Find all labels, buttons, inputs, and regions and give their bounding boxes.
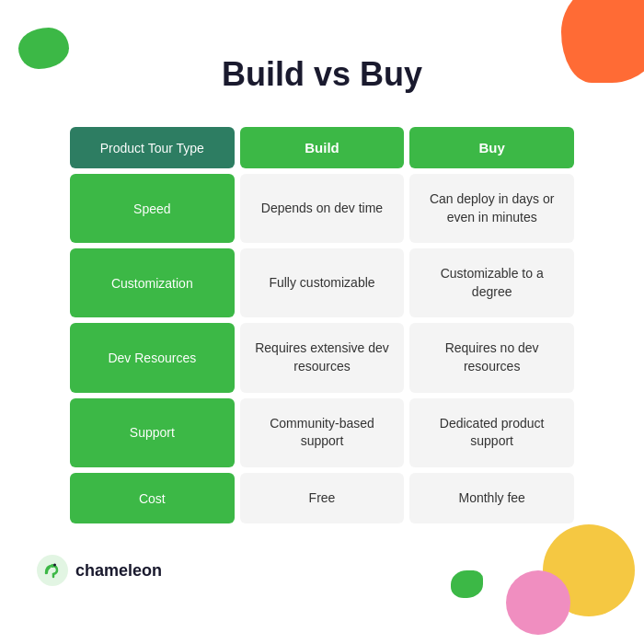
row-label-2: Dev Resources xyxy=(70,323,235,392)
blob-bottom-center-green xyxy=(451,570,483,598)
svg-point-0 xyxy=(37,555,68,586)
chameleon-logo-icon xyxy=(37,555,68,586)
col-header-buy: Buy xyxy=(409,127,574,168)
chameleon-logo-text: chameleon xyxy=(75,561,162,581)
row-label-3: Support xyxy=(70,398,235,467)
svg-point-2 xyxy=(53,564,56,567)
row-build-0: Depends on dev time xyxy=(240,174,405,243)
row-build-2: Requires extensive dev resources xyxy=(240,323,405,392)
table-row: CostFreeMonthly fee xyxy=(70,473,574,524)
table-header-row: Product Tour Type Build Buy xyxy=(70,127,574,168)
table-row: CustomizationFully customizableCustomiza… xyxy=(70,248,574,317)
row-build-4: Free xyxy=(240,473,405,524)
row-label-4: Cost xyxy=(70,473,235,524)
blob-top-right xyxy=(561,0,644,83)
row-buy-1: Customizable to a degree xyxy=(409,248,574,317)
row-build-3: Community-based support xyxy=(240,398,405,467)
row-label-0: Speed xyxy=(70,174,235,243)
table-row: Dev ResourcesRequires extensive dev reso… xyxy=(70,323,574,392)
page-title: Build vs Buy xyxy=(0,55,644,94)
row-label-1: Customization xyxy=(70,248,235,317)
blob-bottom-right-pink xyxy=(506,570,570,635)
col-header-type: Product Tour Type xyxy=(70,127,235,168)
col-header-build: Build xyxy=(240,127,405,168)
row-buy-0: Can deploy in days or even in minutes xyxy=(409,174,574,243)
table-row: SpeedDepends on dev timeCan deploy in da… xyxy=(70,174,574,243)
table-row: SupportCommunity-based supportDedicated … xyxy=(70,398,574,467)
row-buy-3: Dedicated product support xyxy=(409,398,574,467)
row-build-1: Fully customizable xyxy=(240,248,405,317)
row-buy-4: Monthly fee xyxy=(409,473,574,524)
comparison-table: Product Tour Type Build Buy SpeedDepends… xyxy=(64,121,580,529)
row-buy-2: Requires no dev resources xyxy=(409,323,574,392)
